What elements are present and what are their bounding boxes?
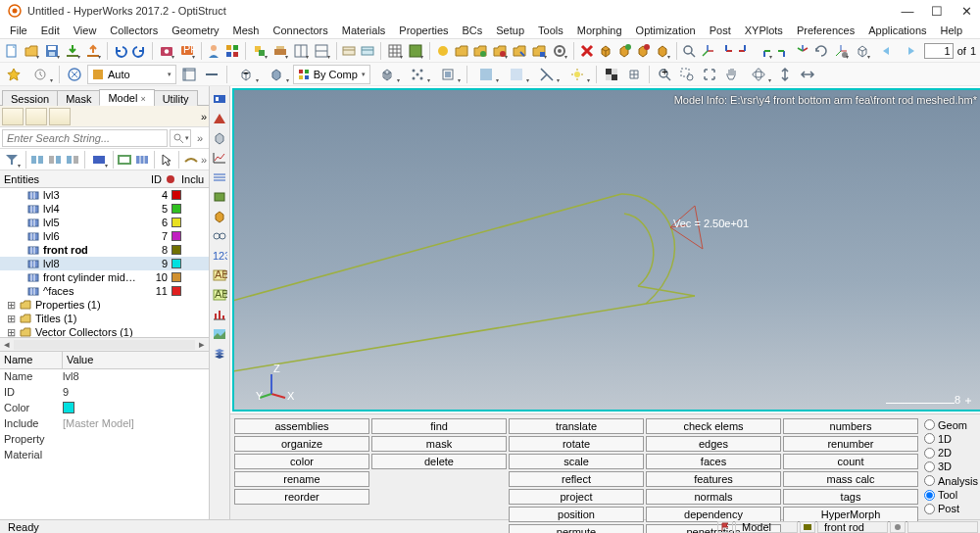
window-layout-icon[interactable]: ▾ [292,41,310,61]
menu-optimization[interactable]: Optimization [630,24,702,37]
menu-collectors[interactable]: Collectors [104,24,164,37]
tree-row[interactable]: front cylinder midsurface 10 [0,270,209,284]
zoom-icon[interactable] [681,41,697,61]
search-icon[interactable]: ▾ [170,129,191,147]
prop-row[interactable]: Property [0,432,209,448]
tree-group[interactable]: ⊞ Vector Collectors (1) [0,325,209,337]
prop-row[interactable]: Color [0,401,209,416]
status-comp-icon[interactable] [800,521,815,533]
prop-row[interactable]: Namelvl8 [0,369,209,385]
cmd-renumber[interactable]: renumber [783,436,918,452]
folder2-icon[interactable] [472,41,488,61]
fit-icon[interactable] [700,65,719,84]
show-set3-icon[interactable] [65,150,80,170]
page-next-icon[interactable] [901,41,920,61]
radio-post[interactable]: Post [924,503,980,515]
cmd-scale[interactable]: scale [509,454,644,469]
tree-row[interactable]: lvl8 9 [0,257,209,270]
vtool-chart1-icon[interactable] [210,306,229,323]
cube2-icon[interactable] [616,41,632,61]
display-block-icon[interactable]: ▾ [89,150,109,170]
collector-icon[interactable]: ▾ [271,41,289,61]
open-icon[interactable]: ▾ [23,41,40,61]
browser-btn-1[interactable] [2,108,24,125]
gear-icon[interactable]: ▾ [551,41,568,61]
cursor-icon[interactable] [159,150,174,170]
axis-xyz-icon[interactable] [700,41,715,61]
vtool-transparency-icon[interactable] [210,129,229,147]
shade2-icon[interactable]: ▾ [503,65,530,84]
tab-mask[interactable]: Mask [57,90,100,106]
vtool-layers-icon[interactable] [210,345,229,363]
page-prev-icon[interactable] [877,41,897,61]
save-icon[interactable]: ▾ [43,41,61,61]
menu-edit[interactable]: Edit [35,24,66,37]
cmd-mask[interactable]: mask [371,436,507,452]
cmd-reflect[interactable]: reflect [509,471,644,487]
assembly-icon[interactable]: ▾ [251,41,269,61]
pan-icon[interactable] [722,65,742,84]
cmd-delete[interactable]: delete [371,454,507,469]
clip-icon[interactable]: ▾ [533,65,561,84]
import-icon[interactable]: ▾ [64,41,81,61]
cmd-find[interactable]: find [371,418,507,434]
tree-header-color[interactable] [166,174,181,184]
minimize-button[interactable]: — [902,5,913,17]
maximize-button[interactable]: ☐ [931,5,943,17]
prop-header-name[interactable]: Name [0,352,63,368]
mesh-cube-icon[interactable]: ▾ [373,65,401,84]
cmd-count[interactable]: count [783,454,918,469]
tree-header-include[interactable]: Inclu [181,173,209,185]
iso-icon[interactable] [624,65,644,84]
prop-row[interactable]: Material [0,448,209,463]
screenshot-icon[interactable]: ▾ [158,41,175,61]
lighting-icon[interactable]: ▾ [564,65,591,84]
tree-header-entities[interactable]: Entities [0,173,142,185]
menu-geometry[interactable]: Geometry [166,24,224,37]
card-icon[interactable] [341,41,357,61]
card-edit-icon[interactable] [360,41,375,61]
radio-tool[interactable]: Tool [924,488,980,501]
menu-file[interactable]: File [4,24,33,37]
tree-header-id[interactable]: ID [142,173,166,185]
folder4-icon[interactable] [512,41,527,61]
prop-row[interactable]: Include[Master Model] [0,416,209,432]
tree-row[interactable]: lvl6 7 [0,229,209,243]
prop-header-value[interactable]: Value [63,352,209,368]
view-settings-icon[interactable]: ▾ [832,41,850,61]
recent-icon[interactable]: ▾ [26,65,54,84]
arrows-lr-icon[interactable] [798,65,817,84]
hscroll-right[interactable]: ▸ [195,338,209,351]
tree-row[interactable]: lvl5 6 [0,216,209,229]
tree-row[interactable]: lvl4 5 [0,202,209,216]
vtool-image-icon[interactable] [210,325,229,343]
vtool-abc-icon[interactable]: ABC [210,266,229,284]
tree-group[interactable]: ⊞ Titles (1) [0,312,209,325]
cmd-color[interactable]: color [234,454,369,469]
layout2-icon[interactable]: ▾ [313,41,330,61]
cube-wire-icon[interactable]: ▾ [232,65,260,84]
view-left-icon[interactable] [776,41,792,61]
shade1-icon[interactable]: ▾ [472,65,500,84]
cmd-rotate[interactable]: rotate [509,436,644,452]
status-flag-icon[interactable] [717,521,733,533]
cmd-numbers[interactable]: numbers [783,418,918,434]
menu-xyplots[interactable]: XYPlots [739,24,789,37]
view-front-icon[interactable] [737,41,753,61]
radio-2d[interactable]: 2D [924,447,980,460]
ltoolbar-chevron[interactable]: » [201,154,207,166]
display-mesh-icon[interactable] [134,150,150,170]
cmd-mass-calc[interactable]: mass calc [783,471,918,487]
delete-red-icon[interactable] [579,41,595,61]
edge-icon[interactable] [202,65,221,84]
cmd-edges[interactable]: edges [646,436,781,452]
hscroll-track[interactable] [14,340,195,350]
prop-row[interactable]: ID9 [0,385,209,401]
view-rev-icon[interactable] [813,41,829,61]
tree-group[interactable]: ⊞ Properties (1) [0,298,209,312]
mesh-panel-icon[interactable]: ▾ [407,41,424,61]
cmd-rename[interactable]: rename [234,471,369,487]
menu-properties[interactable]: Properties [393,24,454,37]
cmd-organize[interactable]: organize [234,436,369,452]
zoom-fit-icon[interactable]: + [655,65,674,84]
